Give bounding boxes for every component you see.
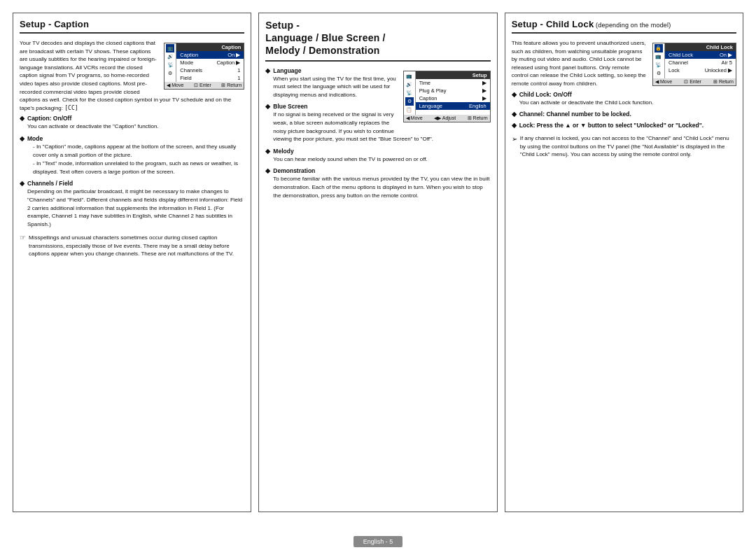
caption-menu-row-3: Field1 [176, 74, 244, 82]
childlock-menu-nav: ◀ Move⊡ Enter⊞ Return [653, 78, 736, 85]
language-title: Setup - Language / Blue Screen / Melody … [265, 19, 490, 62]
caption-menu-header: Caption [176, 43, 244, 51]
melody-content: You can hear melody sound when the TV is… [265, 155, 490, 164]
diamond-icon-blue: ◆ [265, 103, 270, 110]
childlock-bullet-lock: ◆ Lock: Press the ▲ or ▼ button to selec… [512, 122, 736, 129]
diamond-icon-melody: ◆ [265, 148, 270, 155]
childlock-menu-row-1: ChannelAir 5 [665, 59, 736, 66]
tv-icon-settings: ⚙ [166, 69, 174, 78]
language-menu-nav: ◀ Move◀▶ Adjust⊞ Return [404, 115, 490, 122]
caption-bullet-onoff: ◆ Caption: On/Off You can activate or de… [20, 115, 244, 131]
caption-bullet-channels: ◆ Channels / Field Depending on the part… [20, 180, 244, 228]
melody-bullet: ◆ Melody You can hear melody sound when … [265, 148, 490, 164]
childlock-menu-row-2: LockUnlocked ▶ [665, 66, 736, 74]
childlock-bullet-onoff: ◆ Child Lock: On/Off You can activate or… [512, 91, 736, 107]
tv-icon-l3: 📡 [405, 89, 414, 97]
childlock-note: ➢ If any channel is locked, you can not … [512, 134, 736, 159]
tv-icon-speaker: 🔊 [166, 52, 174, 61]
childlock-onoff-content: You can activate or deactivate the Child… [512, 99, 736, 107]
caption-tv-menu: 📺 🔊 📡 ⚙ Caption CaptionOn ▶ ModeCaption … [164, 39, 244, 93]
childlock-menu-header: Child Lock [665, 43, 736, 51]
childlock-tv-menu: 🔒 📺 📡 ⚙ Child Lock Child LockOn ▶ Channe… [652, 39, 736, 90]
childlock-menu-row-0: Child LockOn ▶ [665, 51, 736, 59]
childlock-bullet-channel: ◆ Channel: Channel number to be locked. [512, 111, 736, 118]
childlock-section: Setup - Child Lock (depending on the mod… [505, 13, 743, 512]
diamond-icon-cl-lock: ◆ [512, 122, 517, 129]
tv-icon-caption: 📺 [166, 44, 174, 52]
language-menu-row-2: Caption▶ [416, 94, 490, 102]
tv-icon-cl1: 🔒 [654, 44, 663, 52]
tv-icon-l4: ⚙ [405, 97, 414, 106]
diamond-icon-mode: ◆ [20, 135, 24, 142]
caption-mode-content: In "Caption" mode, captions appear at th… [20, 143, 244, 176]
language-tv-menu: 📺 🔊 📡 ⚙ 📋 Setup Time▶ Plug & Play▶ [403, 67, 491, 126]
language-menu-row-1: Plug & Play▶ [416, 87, 490, 94]
language-section: Setup - Language / Blue Screen / Melody … [258, 13, 497, 512]
tv-icon-cl2: 📺 [654, 52, 663, 61]
caption-menu-row-2: Channels1 [176, 66, 244, 74]
childlock-title: Setup - Child Lock (depending on the mod… [512, 19, 736, 34]
diamond-icon-onoff: ◆ [20, 115, 24, 122]
demonstration-content: To become familiar with the various menu… [265, 175, 490, 199]
note-icon: ☞ [20, 234, 26, 258]
diamond-icon-cl-channel: ◆ [512, 111, 517, 118]
page-footer: English - 5 [0, 533, 756, 550]
diamond-icon-lang: ◆ [265, 67, 270, 74]
tv-icon-cl4: ⚙ [654, 69, 663, 78]
caption-onoff-content: You can activate or deactivate the "Capt… [20, 122, 244, 131]
diamond-icon-channels: ◆ [20, 180, 24, 187]
arrow-icon: ➢ [512, 135, 517, 159]
caption-note: ☞ Misspellings and unusual characters so… [20, 234, 244, 258]
tv-icon-l1: 📺 [405, 72, 414, 80]
language-menu-header: Setup [416, 71, 490, 79]
language-menu-row-3: LanguageEnglish [416, 102, 490, 110]
tv-icon-channel: 📡 [166, 61, 174, 69]
caption-menu-row-1: ModeCaption ▶ [176, 59, 244, 66]
caption-channels-content: Depending on the particular broadcast, i… [20, 188, 244, 228]
language-menu-row-0: Time▶ [416, 79, 490, 87]
diamond-icon-cl-onoff: ◆ [512, 91, 517, 98]
caption-bullet-mode: ◆ Mode In "Caption" mode, captions appea… [20, 135, 244, 176]
caption-menu-nav: ◀ Move⊡ Enter⊞ Return [164, 82, 244, 89]
diamond-icon-demo: ◆ [265, 167, 270, 174]
caption-section: Setup - Caption 📺 🔊 📡 ⚙ Caption CaptionO… [13, 13, 251, 512]
caption-menu-row-0: CaptionOn ▶ [176, 51, 244, 59]
tv-icon-l5: 📋 [405, 106, 414, 114]
caption-title: Setup - Caption [20, 19, 244, 34]
demonstration-bullet: ◆ Demonstration To become familiar with … [265, 167, 490, 199]
page-number-badge: English - 5 [354, 536, 403, 547]
tv-icon-cl3: 📡 [654, 61, 663, 69]
tv-icon-l2: 🔊 [405, 80, 414, 89]
